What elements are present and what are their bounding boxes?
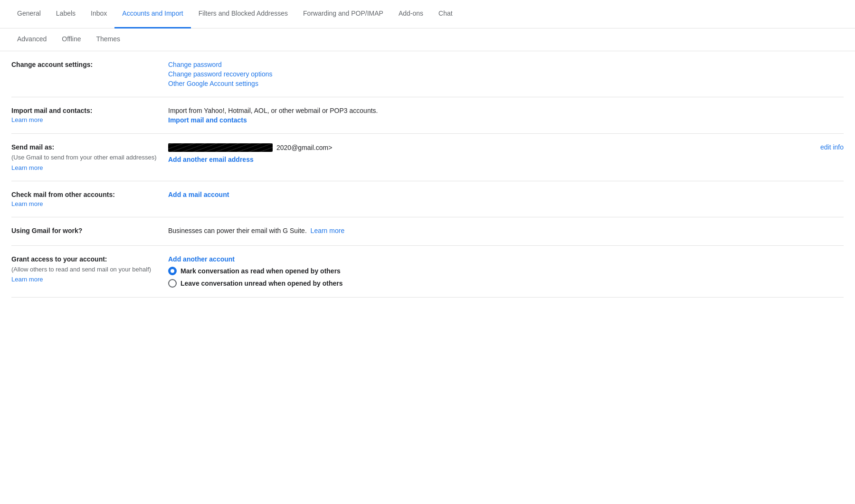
nav-labels[interactable]: Labels [48,0,83,28]
send-mail-label-col: Send mail as: (Use Gmail to send from yo… [11,143,168,171]
grant-access-value-col: Add another account Mark conversation as… [168,255,844,288]
gmail-work-learn-more[interactable]: Learn more [311,227,345,234]
check-mail-value-col: Add a mail account [168,191,844,198]
check-mail-learn-more[interactable]: Learn more [11,200,43,207]
email-suffix: 2020@gmail.com> [276,144,332,151]
gmail-work-label-col: Using Gmail for work? [11,227,168,234]
redacted-email-scribble [168,143,273,152]
change-account-title: Change account settings: [11,61,93,68]
send-mail-sublabel: (Use Gmail to send from your other email… [11,153,159,162]
top-navigation: General Labels Inbox Accounts and Import… [0,0,855,28]
send-mail-title: Send mail as: [11,143,54,151]
nav-advanced[interactable]: Advanced [10,28,54,51]
send-mail-value-col: 2020@gmail.com> Add another email addres… [168,143,844,163]
send-mail-learn-more[interactable]: Learn more [11,164,43,171]
settings-content: Change account settings: Change password… [0,51,855,298]
change-password-link[interactable]: Change password [168,61,844,68]
import-mail-row: Import mail and contacts: Learn more Imp… [11,97,844,134]
nav-inbox[interactable]: Inbox [83,0,114,28]
add-email-container: Add another email address [168,156,801,163]
email-display: 2020@gmail.com> [168,143,801,152]
nav-offline[interactable]: Offline [54,28,88,51]
gmail-work-row: Using Gmail for work? Businesses can pow… [11,217,844,246]
grant-access-label-col: Grant access to your account: (Allow oth… [11,255,168,283]
change-account-value-col: Change password Change password recovery… [168,61,844,87]
nav-filters[interactable]: Filters and Blocked Addresses [191,0,295,28]
import-mail-action-link[interactable]: Import mail and contacts [168,116,844,124]
send-mail-email-row: 2020@gmail.com> Add another email addres… [168,143,844,163]
nav-chat[interactable]: Chat [431,0,460,28]
import-mail-title: Import mail and contacts: [11,107,92,114]
import-mail-learn-more[interactable]: Learn more [11,116,43,123]
radio-mark-read[interactable]: Mark conversation as read when opened by… [168,267,844,275]
edit-info-link[interactable]: edit info [801,143,844,151]
second-navigation: Advanced Offline Themes [0,28,855,51]
send-mail-row: Send mail as: (Use Gmail to send from yo… [11,134,844,181]
nav-accounts-import[interactable]: Accounts and Import [114,0,190,28]
grant-access-title: Grant access to your account: [11,255,107,263]
import-mail-label-col: Import mail and contacts: Learn more [11,107,168,123]
nav-general[interactable]: General [10,0,48,28]
nav-themes[interactable]: Themes [89,28,128,51]
check-mail-row: Check mail from other accounts: Learn mo… [11,181,844,217]
gmail-work-description: Businesses can power their email with G … [168,227,844,234]
check-mail-label-col: Check mail from other accounts: Learn mo… [11,191,168,207]
radio-leave-unread[interactable]: Leave conversation unread when opened by… [168,279,844,288]
check-mail-title: Check mail from other accounts: [11,191,115,198]
radio-mark-read-circle [168,267,177,275]
add-mail-account-link[interactable]: Add a mail account [168,191,844,198]
change-account-row: Change account settings: Change password… [11,51,844,97]
nav-forwarding[interactable]: Forwarding and POP/IMAP [295,0,391,28]
add-another-email-link[interactable]: Add another email address [168,156,254,163]
radio-leave-unread-label: Leave conversation unread when opened by… [180,280,343,287]
grant-access-sublabel: (Allow others to read and send mail on y… [11,265,159,274]
import-mail-value-col: Import from Yahoo!, Hotmail, AOL, or oth… [168,107,844,124]
change-password-recovery-link[interactable]: Change password recovery options [168,70,844,78]
import-mail-description: Import from Yahoo!, Hotmail, AOL, or oth… [168,107,844,114]
google-account-settings-link[interactable]: Other Google Account settings [168,80,844,87]
radio-leave-unread-circle [168,279,177,288]
grant-access-learn-more[interactable]: Learn more [11,276,43,283]
radio-mark-read-label: Mark conversation as read when opened by… [180,267,341,275]
send-mail-email-info: 2020@gmail.com> Add another email addres… [168,143,801,163]
gmail-work-value-col: Businesses can power their email with G … [168,227,844,234]
change-account-label-col: Change account settings: [11,61,168,68]
grant-access-row: Grant access to your account: (Allow oth… [11,246,844,298]
add-another-account-link[interactable]: Add another account [168,255,844,263]
gmail-work-title: Using Gmail for work? [11,227,82,234]
nav-addons[interactable]: Add-ons [391,0,431,28]
